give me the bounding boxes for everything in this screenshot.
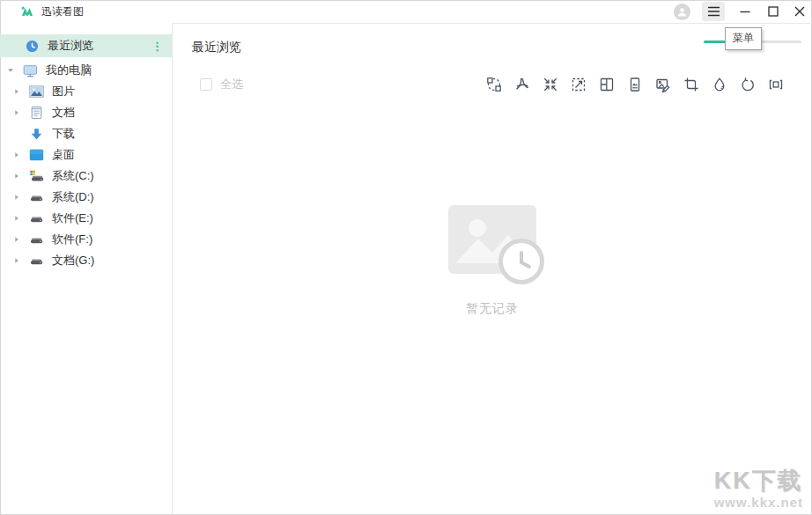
sidebar-item-label: 最近浏览 [48,38,93,54]
sidebar-item-desktop[interactable]: 桌面 [0,144,172,166]
computer-icon [22,63,38,77]
sidebar-item-downloads[interactable]: 下载 [0,123,172,144]
format-convert-button[interactable] [486,77,502,92]
site-watermark: KK下载 www.kkx.net [714,468,803,510]
image-to-doc-button[interactable] [627,77,643,92]
hamburger-menu-button[interactable] [702,2,725,21]
sidebar-item-drive-f[interactable]: 软件(F:) [0,229,172,250]
sidebar-item-label: 下载 [52,126,75,142]
rotate-icon [740,77,756,92]
sidebar-item-recent[interactable]: 最近浏览 ⋮ [0,34,172,57]
app-logo-icon [20,4,34,18]
drive-icon [28,232,44,246]
user-avatar-icon [674,4,690,20]
maximize-button[interactable] [759,0,787,23]
format-convert-icon [486,77,502,92]
watermark-url-text: www.kkx.net [714,495,803,510]
crop-icon [683,77,699,92]
image-to-doc-icon [627,77,643,92]
sidebar-item-my-computer[interactable]: 我的电脑 [0,60,172,81]
select-all-label: 全选 [220,77,243,92]
sidebar-item-drive-g[interactable]: 文档(G:) [0,250,172,271]
empty-state-text: 暂无记录 [466,301,519,317]
app-window: 迅读看图 [0,0,812,515]
empty-state: 暂无记录 [173,205,812,317]
page-title: 最近浏览 [173,24,812,55]
chevron-down-icon[interactable] [4,67,17,74]
sidebar-item-label: 图片 [52,84,75,99]
close-button[interactable] [787,0,812,23]
menu-tooltip: 菜单 [725,27,762,50]
clock-icon [24,39,40,53]
resize-icon [571,77,587,92]
edit-image-button[interactable] [655,77,671,92]
compress-button[interactable] [543,77,558,92]
more-options-icon[interactable]: ⋮ [151,40,163,52]
edit-image-icon [655,77,671,92]
chevron-right-icon[interactable] [11,194,23,201]
desktop-icon [28,148,44,162]
user-avatar-button[interactable] [670,0,693,23]
sidebar-item-label: 软件(E:) [52,210,93,226]
sidebar-item-label: 桌面 [52,147,75,163]
resize-button[interactable] [571,77,587,92]
compress-icon [543,77,558,92]
sidebar: 最近浏览 ⋮ 我的电脑 [0,23,173,515]
sidebar-item-drive-c[interactable]: 系统(C:) [0,166,172,187]
toolbar: 全选 [192,77,784,92]
chevron-right-icon[interactable] [11,173,23,180]
watermark-button[interactable] [712,77,727,92]
maximize-icon [768,6,779,17]
download-icon [28,127,44,141]
rename-icon [768,77,784,92]
minimize-icon [740,6,750,17]
drive-icon [28,211,44,225]
sidebar-item-label: 文档 [52,105,75,121]
sidebar-item-label: 文档(G:) [52,253,94,269]
app-title: 迅读看图 [41,4,84,19]
collage-icon [599,77,615,92]
content-area: 最近浏览 全选 [173,23,812,515]
system-drive-icon [28,169,44,183]
chevron-right-icon[interactable] [11,109,23,116]
select-all-checkbox[interactable]: 全选 [192,77,243,92]
documents-icon [28,106,44,120]
checkbox-icon[interactable] [200,78,212,91]
sidebar-item-label: 软件(F:) [52,232,92,247]
pdf-button[interactable] [514,77,530,92]
sidebar-item-documents[interactable]: 文档 [0,102,172,123]
close-icon [794,6,805,17]
pdf-icon [514,77,530,92]
watermark-logo-text: KK下载 [714,468,803,495]
drive-icon [28,190,44,204]
chevron-right-icon[interactable] [11,257,23,264]
chevron-right-icon[interactable] [11,236,23,243]
chevron-right-icon[interactable] [11,215,23,222]
hamburger-menu-icon [707,6,720,17]
pictures-icon [28,85,44,99]
minimize-button[interactable] [731,0,759,23]
watermark-icon [712,77,727,92]
titlebar: 迅读看图 [0,0,812,23]
sidebar-item-label: 系统(D:) [52,189,94,205]
sidebar-item-label: 系统(C:) [52,168,94,184]
clock-badge-icon [498,239,544,284]
collage-button[interactable] [599,77,615,92]
sidebar-item-label: 我的电脑 [46,63,92,78]
chevron-right-icon[interactable] [11,151,23,158]
sidebar-item-drive-e[interactable]: 软件(E:) [0,208,172,229]
drive-icon [28,254,44,268]
rotate-button[interactable] [740,77,756,92]
sidebar-item-drive-d[interactable]: 系统(D:) [0,187,172,208]
sidebar-item-pictures[interactable]: 图片 [0,81,172,102]
empty-image-placeholder-icon [448,205,536,274]
crop-button[interactable] [683,77,699,92]
rename-button[interactable] [768,77,784,92]
chevron-right-icon[interactable] [11,88,23,95]
